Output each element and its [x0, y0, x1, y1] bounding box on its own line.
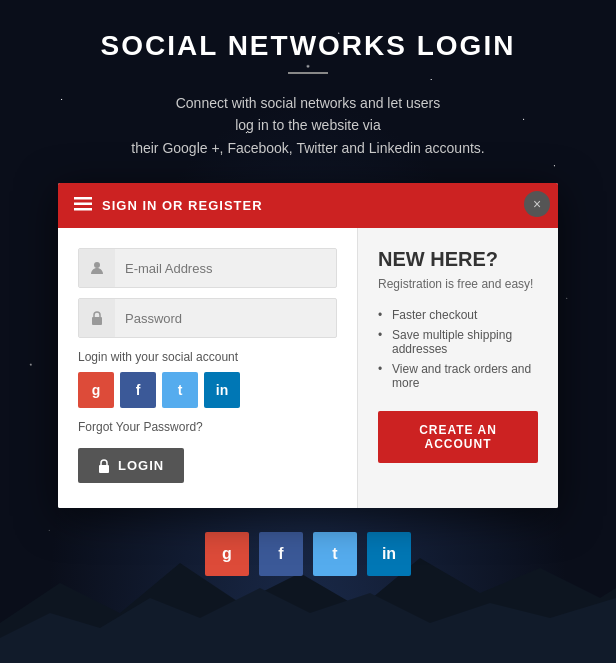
modal-header: SIGN IN OR REGISTER: [58, 183, 558, 228]
login-button-label: LOGIN: [118, 458, 164, 473]
benefit-3: View and track orders and more: [378, 359, 538, 393]
person-icon: [79, 249, 115, 287]
benefit-1: Faster checkout: [378, 305, 538, 325]
svg-rect-7: [99, 465, 109, 473]
social-login-buttons: g f t in: [78, 372, 337, 408]
bottom-twitter-button[interactable]: t: [313, 532, 357, 576]
login-button[interactable]: LOGIN: [78, 448, 184, 483]
registration-text: Registration is free and easy!: [378, 277, 538, 291]
password-input[interactable]: [115, 303, 336, 334]
bottom-linkedin-button[interactable]: in: [367, 532, 411, 576]
forgot-password-link[interactable]: Forgot Your Password?: [78, 420, 337, 434]
linkedin-login-button[interactable]: in: [204, 372, 240, 408]
header-list-icon: [74, 195, 92, 216]
benefits-list: Faster checkout Save multiple shipping a…: [378, 305, 538, 393]
bottom-facebook-button[interactable]: f: [259, 532, 303, 576]
lock-icon: [79, 299, 115, 337]
benefit-2: Save multiple shipping addresses: [378, 325, 538, 359]
svg-rect-4: [74, 208, 92, 211]
login-modal: SIGN IN OR REGISTER ×: [58, 183, 558, 508]
svg-rect-2: [74, 197, 92, 200]
google-login-button[interactable]: g: [78, 372, 114, 408]
modal-header-title: SIGN IN OR REGISTER: [102, 198, 263, 213]
facebook-login-button[interactable]: f: [120, 372, 156, 408]
modal-body: Login with your social account g f t in …: [58, 228, 558, 508]
svg-rect-3: [74, 203, 92, 206]
modal-close-button[interactable]: ×: [524, 191, 550, 217]
twitter-login-button[interactable]: t: [162, 372, 198, 408]
email-input-group: [78, 248, 337, 288]
page-description: Connect with social networks and let use…: [131, 92, 484, 159]
new-here-panel: NEW HERE? Registration is free and easy!…: [358, 228, 558, 508]
title-divider: [288, 72, 328, 74]
password-input-group: [78, 298, 337, 338]
svg-rect-6: [92, 317, 102, 325]
bottom-google-button[interactable]: g: [205, 532, 249, 576]
create-account-button[interactable]: CREATE AN ACCOUNT: [378, 411, 538, 463]
login-form-panel: Login with your social account g f t in …: [58, 228, 358, 508]
bottom-social-buttons: g f t in: [205, 532, 411, 576]
email-input[interactable]: [115, 253, 336, 284]
svg-point-5: [94, 262, 100, 268]
social-login-label: Login with your social account: [78, 350, 337, 364]
new-here-title: NEW HERE?: [378, 248, 538, 271]
page-title: SOCIAL NETWORKS LOGIN: [101, 30, 516, 62]
